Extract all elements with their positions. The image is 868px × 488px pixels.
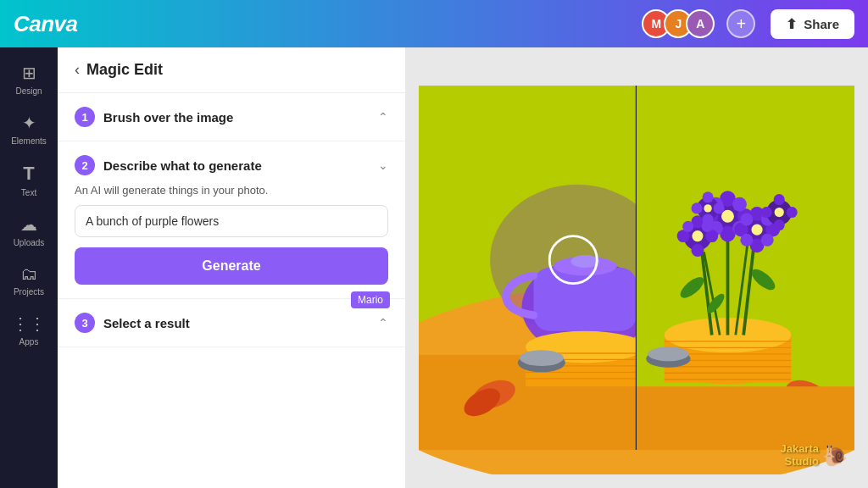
sidebar-item-text[interactable]: T Text (4, 156, 53, 204)
header: Canva M J A + ⬆ Share (0, 0, 868, 47)
snail-icon: 🐌 (822, 444, 848, 468)
step-2-header: 2 Describe what to generate ⌄ (75, 155, 388, 175)
step-1-header: 1 Brush over the image ⌃ (75, 107, 388, 127)
svg-point-47 (732, 197, 747, 212)
canvas-area: JakartaStudio 🐌 (405, 47, 868, 488)
magic-edit-panel: ‹ Magic Edit 1 Brush over the image ⌃ 2 … (58, 47, 405, 488)
svg-point-76 (703, 191, 714, 202)
apps-icon: ⋮⋮ (12, 313, 46, 334)
canvas-image: JakartaStudio 🐌 (419, 61, 854, 474)
step-1-title: Brush over the image (103, 110, 233, 125)
step-2-left: 2 Describe what to generate (75, 155, 262, 175)
sidebar-item-uploads[interactable]: ☁ Uploads (4, 208, 53, 254)
uploads-icon: ☁ (20, 214, 37, 235)
add-collaborator-button[interactable]: + (726, 9, 755, 38)
design-icon: ⊞ (22, 63, 36, 83)
svg-rect-87 (637, 386, 854, 450)
step-2-collapse-icon[interactable]: ⌄ (378, 158, 388, 172)
sidebar-item-apps[interactable]: ⋮⋮ Apps (4, 307, 53, 353)
panel-header: ‹ Magic Edit (58, 47, 405, 93)
generate-description-input[interactable] (75, 205, 388, 237)
sidebar-item-label: Elements (11, 136, 47, 146)
collaborators-avatars: M J A (642, 9, 715, 38)
main-layout: ⊞ Design ✦ Elements T Text ☁ Uploads 🗂 P… (0, 47, 868, 488)
step-2-description: An AI will generate things in your photo… (75, 184, 388, 197)
text-icon: T (23, 163, 34, 185)
step-3-header: 3 Select a result ⌃ (75, 313, 388, 333)
step-3-collapse-icon[interactable]: ⌃ (378, 316, 388, 330)
header-right: M J A + ⬆ Share (642, 9, 854, 39)
step-3-left: 3 Select a result (75, 313, 190, 333)
canvas-svg (419, 61, 854, 474)
avatar-3: A (686, 9, 715, 38)
sidebar-item-label: Projects (14, 287, 44, 297)
svg-point-73 (787, 207, 798, 218)
svg-point-78 (691, 202, 702, 214)
svg-point-70 (774, 194, 785, 205)
svg-point-64 (740, 214, 753, 226)
share-button[interactable]: ⬆ Share (771, 9, 854, 39)
share-icon: ⬆ (786, 16, 797, 32)
step-2-title: Describe what to generate (103, 158, 262, 173)
sidebar-item-label: Apps (19, 337, 39, 347)
sidebar: ⊞ Design ✦ Elements T Text ☁ Uploads 🗂 P… (0, 47, 58, 488)
generate-button[interactable]: Generate (75, 247, 388, 285)
step-1-left: 1 Brush over the image (75, 107, 233, 127)
svg-point-66 (740, 234, 753, 247)
sidebar-item-label: Uploads (14, 238, 45, 247)
svg-point-77 (703, 214, 714, 225)
sidebar-item-design[interactable]: ⊞ Design (4, 56, 53, 103)
cursor-tooltip: Mario (351, 291, 390, 308)
watermark: JakartaStudio 🐌 (780, 443, 848, 468)
watermark-text: JakartaStudio (780, 443, 819, 468)
sidebar-item-elements[interactable]: ✦ Elements (4, 106, 53, 152)
step-1-section: 1 Brush over the image ⌃ (58, 93, 405, 141)
sidebar-item-label: Design (15, 86, 42, 96)
sidebar-item-projects[interactable]: 🗂 Projects (4, 258, 53, 303)
step-1-badge: 1 (75, 107, 95, 127)
svg-rect-5 (534, 268, 637, 331)
svg-point-58 (692, 230, 703, 241)
svg-point-72 (761, 207, 772, 218)
svg-point-74 (775, 208, 784, 217)
step-2-badge: 2 (75, 155, 95, 175)
generate-wrapper: Generate Mario (75, 247, 388, 285)
svg-point-18 (520, 350, 564, 366)
canva-logo: Canva (14, 11, 78, 37)
step-1-collapse-icon[interactable]: ⌃ (378, 110, 388, 124)
svg-point-79 (714, 202, 725, 214)
projects-icon: 🗂 (20, 264, 37, 284)
svg-point-86 (648, 347, 689, 361)
step-3-badge: 3 (75, 313, 95, 333)
sidebar-item-label: Text (21, 188, 36, 197)
svg-point-53 (691, 244, 704, 257)
svg-point-67 (761, 234, 774, 247)
svg-point-68 (752, 225, 763, 236)
svg-point-80 (704, 204, 711, 212)
panel-title: Magic Edit (86, 61, 163, 79)
back-button[interactable]: ‹ (75, 61, 80, 79)
step-2-section: 2 Describe what to generate ⌄ An AI will… (58, 141, 405, 299)
elements-icon: ✦ (22, 113, 36, 133)
step-3-title: Select a result (103, 316, 190, 330)
svg-point-71 (774, 219, 785, 230)
svg-point-56 (682, 221, 693, 232)
